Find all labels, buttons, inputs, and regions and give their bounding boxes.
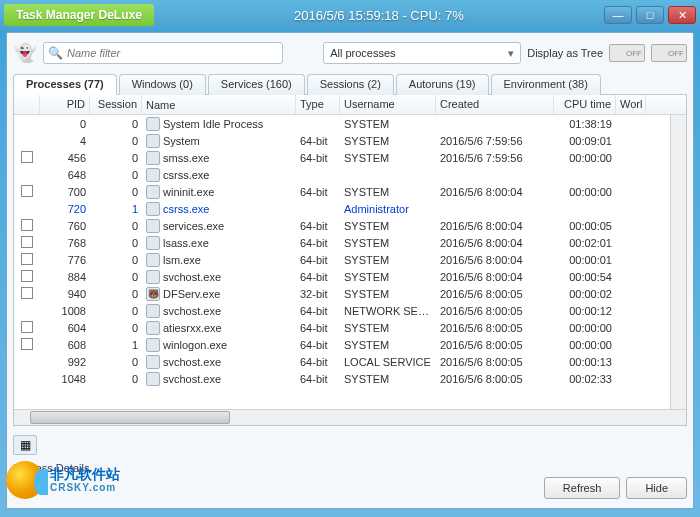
table-row[interactable]: 7201csrss.exeAdministrator [14, 200, 670, 217]
table-row[interactable]: 40System64-bitSYSTEM2016/5/6 7:59:5600:0… [14, 132, 670, 149]
maximize-button[interactable]: □ [636, 6, 664, 24]
process-name: svchost.exe [163, 356, 221, 368]
search-icon: 🔍 [48, 46, 63, 60]
app-icon: 👻 [13, 41, 37, 65]
process-icon [146, 202, 160, 216]
table-row[interactable]: 7680lsass.exe64-bitSYSTEM2016/5/6 8:00:0… [14, 234, 670, 251]
process-icon [146, 372, 160, 386]
process-icon [146, 270, 160, 284]
process-filter-value: All processes [330, 47, 395, 59]
col-created[interactable]: Created [436, 95, 554, 114]
row-checkbox[interactable] [21, 287, 33, 299]
process-icon [146, 219, 160, 233]
tab-2[interactable]: Services (160) [208, 74, 305, 95]
process-name: System Idle Process [163, 118, 263, 130]
table-row[interactable]: 10480svchost.exe64-bitSYSTEM2016/5/6 8:0… [14, 370, 670, 387]
process-name: DFServ.exe [163, 288, 220, 300]
process-name: wininit.exe [163, 186, 214, 198]
col-username[interactable]: Username [340, 95, 436, 114]
row-checkbox[interactable] [21, 236, 33, 248]
process-name: svchost.exe [163, 271, 221, 283]
hscroll-thumb[interactable] [30, 411, 230, 424]
process-name: svchost.exe [163, 305, 221, 317]
process-icon [146, 236, 160, 250]
row-checkbox[interactable] [21, 151, 33, 163]
process-icon [146, 338, 160, 352]
watermark-text: 非凡软件站 CRSKY.com [50, 467, 120, 493]
window-titlebar: Task Manager DeLuxe 2016/5/6 15:59:18 - … [0, 0, 700, 30]
client-area: 👻 🔍 All processes Display as Tree OFF OF… [6, 32, 694, 509]
table-row[interactable]: 6040atiesrxx.exe64-bitSYSTEM2016/5/6 8:0… [14, 319, 670, 336]
table-row[interactable]: 9400🐻DFServ.exe32-bitSYSTEM2016/5/6 8:00… [14, 285, 670, 302]
process-name: System [163, 135, 200, 147]
tree-toggle[interactable]: OFF [609, 44, 645, 62]
hide-button[interactable]: Hide [626, 477, 687, 499]
tab-3[interactable]: Sessions (2) [307, 74, 394, 95]
process-icon [146, 253, 160, 267]
table-row[interactable]: 10080svchost.exe64-bitNETWORK SER...2016… [14, 302, 670, 319]
row-checkbox[interactable] [21, 338, 33, 350]
row-checkbox[interactable] [21, 270, 33, 282]
process-name: svchost.exe [163, 373, 221, 385]
tab-1[interactable]: Windows (0) [119, 74, 206, 95]
filter-input-wrap[interactable]: 🔍 [43, 42, 283, 64]
col-name[interactable]: Name [142, 95, 296, 114]
table-body[interactable]: 00System Idle ProcessSYSTEM01:38:1940Sys… [14, 115, 670, 409]
table-row[interactable]: 7000wininit.exe64-bitSYSTEM2016/5/6 8:00… [14, 183, 670, 200]
table-row[interactable]: 6081winlogon.exe64-bitSYSTEM2016/5/6 8:0… [14, 336, 670, 353]
process-icon [146, 151, 160, 165]
process-icon [146, 134, 160, 148]
table-row[interactable]: 4560smss.exe64-bitSYSTEM2016/5/6 7:59:56… [14, 149, 670, 166]
col-cputime[interactable]: CPU time [554, 95, 616, 114]
process-name: lsass.exe [163, 237, 209, 249]
minimize-button[interactable]: — [604, 6, 632, 24]
tab-0[interactable]: Processes (77) [13, 74, 117, 95]
tab-4[interactable]: Autoruns (19) [396, 74, 489, 95]
display-as-tree-label: Display as Tree [527, 47, 603, 59]
name-filter-input[interactable] [67, 47, 278, 59]
watermark: 非凡软件站 CRSKY.com [6, 461, 120, 499]
app-title: Task Manager DeLuxe [4, 4, 154, 26]
horizontal-scrollbar[interactable] [14, 409, 686, 425]
process-icon: 🐻 [146, 287, 160, 301]
process-icon [146, 355, 160, 369]
process-name: services.exe [163, 220, 224, 232]
process-name: csrss.exe [163, 169, 209, 181]
row-checkbox[interactable] [21, 219, 33, 231]
process-icon [146, 304, 160, 318]
row-checkbox[interactable] [21, 185, 33, 197]
process-name: csrss.exe [163, 203, 209, 215]
watermark-logo [6, 461, 44, 499]
close-button[interactable]: ✕ [668, 6, 696, 24]
vertical-scrollbar[interactable] [670, 115, 686, 409]
titlebar-info: 2016/5/6 15:59:18 - CPU: 7% [154, 8, 604, 23]
process-name: winlogon.exe [163, 339, 227, 351]
process-table: PID Session Name Type Username Created C… [13, 95, 687, 426]
row-checkbox[interactable] [21, 321, 33, 333]
process-name: atiesrxx.exe [163, 322, 222, 334]
process-icon [146, 185, 160, 199]
col-type[interactable]: Type [296, 95, 340, 114]
process-name: smss.exe [163, 152, 209, 164]
secondary-toggle[interactable]: OFF [651, 44, 687, 62]
table-row[interactable]: 6480csrss.exe [14, 166, 670, 183]
process-name: lsm.exe [163, 254, 201, 266]
row-checkbox[interactable] [21, 253, 33, 265]
toolbar: 👻 🔍 All processes Display as Tree OFF OF… [13, 39, 687, 67]
process-filter-select[interactable]: All processes [323, 42, 521, 64]
tab-strip: Processes (77)Windows (0)Services (160)S… [13, 73, 687, 95]
col-pid[interactable]: PID [40, 95, 90, 114]
details-view-button[interactable]: ▦ [13, 435, 37, 455]
table-row[interactable]: 9920svchost.exe64-bitLOCAL SERVICE2016/5… [14, 353, 670, 370]
bottom-toolbar: ▦ [13, 432, 687, 458]
col-session[interactable]: Session [90, 95, 142, 114]
table-row[interactable]: 8840svchost.exe64-bitSYSTEM2016/5/6 8:00… [14, 268, 670, 285]
col-checkbox[interactable] [14, 95, 40, 114]
col-working[interactable]: Worl [616, 95, 646, 114]
tab-5[interactable]: Environment (38) [491, 74, 601, 95]
table-row[interactable]: 00System Idle ProcessSYSTEM01:38:19 [14, 115, 670, 132]
process-icon [146, 321, 160, 335]
table-row[interactable]: 7760lsm.exe64-bitSYSTEM2016/5/6 8:00:040… [14, 251, 670, 268]
table-row[interactable]: 7600services.exe64-bitSYSTEM2016/5/6 8:0… [14, 217, 670, 234]
refresh-button[interactable]: Refresh [544, 477, 621, 499]
